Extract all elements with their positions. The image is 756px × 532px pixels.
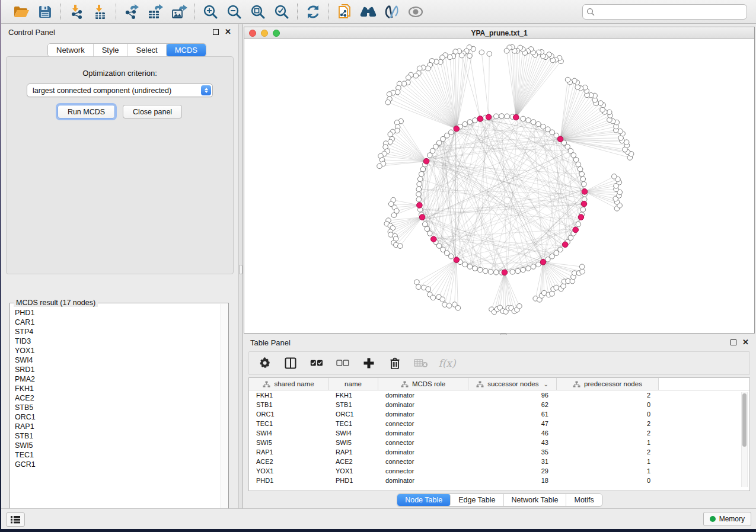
run-mcds-button[interactable]: Run MCDS xyxy=(58,105,115,118)
memory-button[interactable]: Memory xyxy=(703,512,751,526)
mcds-result-item[interactable]: GCR1 xyxy=(15,460,220,469)
table-row[interactable]: STB1STB1dominator620 xyxy=(249,400,749,409)
network-canvas[interactable] xyxy=(244,39,754,333)
memory-label: Memory xyxy=(719,515,745,523)
mcds-result-item[interactable]: FKH1 xyxy=(15,384,220,393)
table-row[interactable]: PHD1PHD1dominator180 xyxy=(249,476,749,485)
tab-style[interactable]: Style xyxy=(94,44,128,56)
window-close-icon[interactable] xyxy=(249,30,256,37)
mcds-result-item[interactable]: STB5 xyxy=(15,403,220,412)
main-toolbar xyxy=(1,0,756,24)
export-image-button[interactable] xyxy=(170,3,189,21)
function-builder-button[interactable]: f(x) xyxy=(440,356,454,370)
refresh-button[interactable] xyxy=(304,3,323,21)
mcds-result-item[interactable]: TEC1 xyxy=(15,450,220,460)
show-column-panel-button[interactable] xyxy=(283,356,298,370)
table-row[interactable]: SWI5SWI5connector431 xyxy=(249,438,749,447)
tab-edge-table[interactable]: Edge Table xyxy=(451,494,503,506)
mcds-result-item[interactable]: CAR1 xyxy=(15,318,220,327)
tab-node-table[interactable]: Node Table xyxy=(397,494,451,506)
window-minimize-icon[interactable] xyxy=(261,30,268,37)
zoom-selected-button[interactable] xyxy=(272,3,291,21)
network-from-selection-button[interactable] xyxy=(335,3,354,21)
add-column-button[interactable] xyxy=(362,356,376,370)
table-scrollbar-thumb[interactable] xyxy=(742,393,747,447)
optimization-criterion-select[interactable]: largest connected component (undirected) xyxy=(27,84,213,97)
tab-network-table[interactable]: Network Table xyxy=(504,494,567,506)
find-button[interactable] xyxy=(359,3,378,21)
delete-table-button[interactable] xyxy=(414,356,428,370)
column-header-name[interactable]: name xyxy=(328,378,378,390)
table-scrollbar[interactable] xyxy=(741,392,748,487)
float-table-panel-icon[interactable] xyxy=(731,339,736,345)
close-panel-button[interactable]: Close panel xyxy=(123,105,182,118)
network-window-titlebar[interactable]: YPA_prune.txt_1 xyxy=(244,27,754,39)
refresh-icon xyxy=(305,4,321,20)
deselect-all-button[interactable] xyxy=(336,356,350,370)
select-all-button[interactable] xyxy=(310,356,324,370)
status-menu-button[interactable] xyxy=(6,512,25,527)
mcds-result-item[interactable]: SWI4 xyxy=(15,355,220,365)
mcds-result-item[interactable]: RAP1 xyxy=(15,422,220,431)
table-cell: 96 xyxy=(468,392,557,399)
tab-motifs[interactable]: Motifs xyxy=(566,494,601,506)
table-row[interactable]: RAP1RAP1dominator352 xyxy=(249,447,749,457)
table-row[interactable]: ACE2ACE2connector311 xyxy=(249,457,749,466)
table-cell: 35 xyxy=(468,448,557,456)
table-row[interactable]: SWI4SWI4dominator462 xyxy=(249,428,749,438)
close-table-panel-icon[interactable]: ✕ xyxy=(742,339,749,345)
mcds-result-item[interactable]: SWI5 xyxy=(15,441,220,450)
import-network-icon xyxy=(69,4,84,20)
mcds-result-scrollbar[interactable] xyxy=(221,304,228,518)
mcds-result-list[interactable]: PHD1CAR1STP4TID3YOX1SWI4SRD1PMA2FKH1ACE2… xyxy=(15,308,220,518)
mcds-result-item[interactable]: YOX1 xyxy=(15,346,220,355)
save-session-button[interactable] xyxy=(36,3,55,21)
mcds-result-item[interactable]: ORC1 xyxy=(15,412,220,422)
show-graphics-details-button[interactable] xyxy=(406,3,425,21)
mcds-result-item[interactable]: STB1 xyxy=(15,431,220,441)
column-header-mcds-role[interactable]: MCDS role xyxy=(378,378,468,390)
column-header-successor-nodes[interactable]: successor nodes ⌄ xyxy=(468,378,557,390)
zoom-out-button[interactable] xyxy=(225,3,244,21)
mcds-result-item[interactable]: SRD1 xyxy=(15,365,220,374)
table-cell: dominator xyxy=(378,448,468,456)
mcds-result-item[interactable]: PHD1 xyxy=(15,308,220,318)
tab-select[interactable]: Select xyxy=(128,44,167,56)
optimization-criterion-label: Optimization criterion: xyxy=(7,69,233,78)
column-label: predecessor nodes xyxy=(584,380,642,387)
table-row[interactable]: YOX1YOX1connector291 xyxy=(249,466,749,476)
mcds-result-item[interactable]: PMA2 xyxy=(15,374,220,384)
vizmapper-preview-button[interactable] xyxy=(382,3,401,21)
list-menu-icon xyxy=(11,515,20,524)
mcds-result-item[interactable]: TID3 xyxy=(15,336,220,346)
mcds-result-item[interactable]: ACE2 xyxy=(15,393,220,403)
table-cell: 29 xyxy=(468,467,557,475)
vertical-splitter-handle[interactable] xyxy=(239,265,243,274)
table-row[interactable]: TEC1TEC1connector472 xyxy=(249,419,749,428)
export-network-button[interactable] xyxy=(122,3,141,21)
table-cell: 1 xyxy=(557,458,659,465)
window-maximize-icon[interactable] xyxy=(273,30,280,37)
column-header-predecessor-nodes[interactable]: predecessor nodes xyxy=(557,378,659,390)
zoom-fit-button[interactable] xyxy=(248,3,267,21)
tab-network[interactable]: Network xyxy=(48,44,94,56)
tab-mcds[interactable]: MCDS xyxy=(167,44,206,56)
table-row[interactable]: FKH1FKH1dominator962 xyxy=(249,390,749,400)
export-table-button[interactable] xyxy=(146,3,165,21)
right-area: YPA_prune.txt_1 Table Panel ✕ xyxy=(243,24,756,508)
table-settings-button[interactable] xyxy=(257,356,272,370)
table-cell: FKH1 xyxy=(249,392,328,399)
table-panel-title: Table Panel xyxy=(250,338,291,347)
import-table-button[interactable] xyxy=(91,3,110,21)
mcds-result-item[interactable]: STP4 xyxy=(15,327,220,336)
float-panel-icon[interactable] xyxy=(213,29,219,35)
zoom-in-button[interactable] xyxy=(201,3,220,21)
table-row[interactable]: ORC1ORC1dominator610 xyxy=(249,409,749,419)
column-header-shared-name[interactable]: shared name xyxy=(249,378,328,390)
close-panel-icon[interactable]: ✕ xyxy=(225,29,231,35)
vertical-splitter[interactable] xyxy=(238,24,243,508)
search-input[interactable] xyxy=(582,4,747,20)
import-network-button[interactable] xyxy=(67,3,86,21)
open-file-button[interactable] xyxy=(12,3,31,21)
delete-column-button[interactable] xyxy=(388,356,402,370)
